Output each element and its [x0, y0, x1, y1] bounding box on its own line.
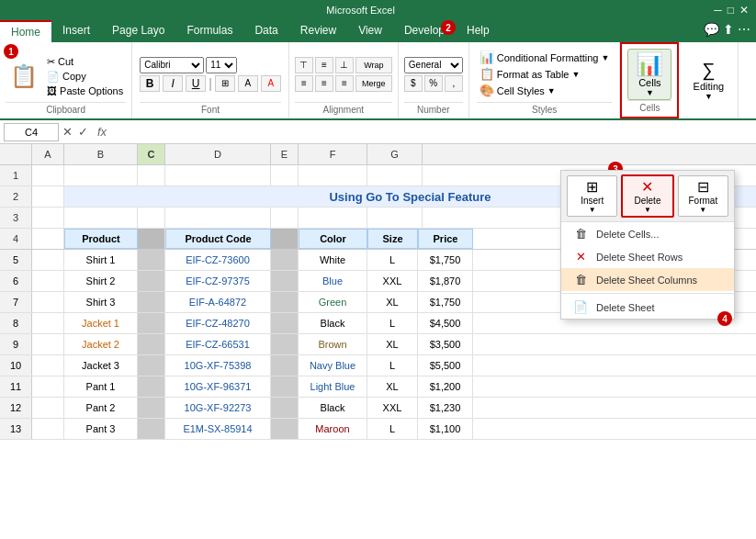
dropdown-item-delete-sheet[interactable]: 📄 Delete Sheet 4	[561, 296, 734, 319]
align-bottom-button[interactable]: ⊥	[335, 57, 354, 73]
delete-dropdown-button[interactable]: ✕ Delete ▼	[621, 174, 673, 218]
cell-row11-col6[interactable]: Light Blue	[299, 376, 367, 397]
currency-button[interactable]: $	[404, 75, 423, 92]
cell-a2[interactable]	[32, 186, 64, 207]
cell-row5-col4[interactable]: EIF-CZ-73600	[165, 250, 271, 270]
cell-row11-col3[interactable]	[138, 376, 165, 397]
cell-row7-col3[interactable]	[138, 292, 165, 312]
cell-row5-col8[interactable]: $1,750	[418, 250, 473, 270]
font-size-select[interactable]: 11	[206, 57, 237, 73]
cell-row12-col1[interactable]	[32, 398, 64, 418]
cell-row8-col8[interactable]: $4,500	[418, 313, 473, 333]
tab-help[interactable]: Help	[456, 20, 501, 42]
cell-row7-col2[interactable]: Shirt 3	[64, 292, 138, 312]
clipboard-button[interactable]: 📋	[6, 58, 42, 95]
cell-row10-col8[interactable]: $5,500	[418, 355, 473, 376]
cell-row8-col3[interactable]	[138, 313, 165, 333]
comment-icon[interactable]: 💬	[704, 22, 719, 40]
font-family-select[interactable]: Calibri	[140, 57, 204, 73]
header-product[interactable]: Product	[64, 229, 138, 249]
header-size[interactable]: Size	[367, 229, 418, 249]
cell-row12-col8[interactable]: $1,230	[418, 398, 473, 418]
cell-row11-col1[interactable]	[32, 376, 64, 397]
cell-styles-button[interactable]: 🎨 Cell Styles ▼	[477, 83, 613, 98]
cell-row11-col8[interactable]: $1,200	[418, 376, 473, 397]
cell-row5-col3[interactable]	[138, 250, 165, 270]
tab-insert[interactable]: Insert	[51, 20, 101, 42]
cell-row9-col3[interactable]	[138, 334, 165, 354]
align-right-button[interactable]: ≡	[335, 75, 354, 92]
cell-row10-col6[interactable]: Navy Blue	[299, 355, 367, 376]
cell-row5-col7[interactable]: L	[367, 250, 418, 270]
cell-row8-col5[interactable]	[271, 313, 299, 333]
align-top-button[interactable]: ⊤	[295, 57, 313, 73]
cell-row6-col4[interactable]: EIF-CZ-97375	[165, 271, 271, 291]
maximize-icon[interactable]: □	[728, 4, 734, 17]
align-middle-button[interactable]: ≡	[315, 57, 333, 73]
align-left-button[interactable]: ≡	[295, 75, 313, 92]
cell-row8-col2[interactable]: Jacket 1	[64, 313, 138, 333]
cell-row7-col4[interactable]: EIF-A-64872	[165, 292, 271, 312]
confirm-formula-icon[interactable]: ✓	[78, 125, 88, 139]
cell-row8-col1[interactable]	[32, 313, 64, 333]
formula-input[interactable]	[112, 126, 752, 139]
cell-row11-col5[interactable]	[271, 376, 299, 397]
cell-row9-col7[interactable]: XL	[367, 334, 418, 354]
cell-row5-col2[interactable]: Shirt 1	[64, 250, 138, 270]
cell-row10-col5[interactable]	[271, 355, 299, 376]
tab-page-layout[interactable]: Page Layo	[101, 20, 175, 42]
cell-row13-col3[interactable]	[138, 419, 165, 439]
format-button[interactable]: ⊟ Format ▼	[678, 175, 728, 217]
cut-button[interactable]: ✂ Cut	[44, 55, 126, 69]
cell-row6-col6[interactable]: Blue	[299, 271, 367, 291]
editing-button[interactable]: ∑ Editing ▼	[688, 58, 730, 103]
cell-row10-col7[interactable]: L	[367, 355, 418, 376]
cell-row12-col6[interactable]: Black	[299, 398, 367, 418]
cell-row6-col5[interactable]	[271, 271, 299, 291]
cell-row10-col4[interactable]: 10G-XF-75398	[165, 355, 271, 376]
cell-row13-col1[interactable]	[32, 419, 64, 439]
cell-f1[interactable]	[299, 165, 367, 185]
cell-row6-col2[interactable]: Shirt 2	[64, 271, 138, 291]
cell-row9-col6[interactable]: Brown	[299, 334, 367, 354]
paste-options-button[interactable]: 🖼 Paste Options	[44, 84, 126, 97]
tab-data[interactable]: Data	[243, 20, 288, 42]
cell-row13-col2[interactable]: Pant 3	[64, 419, 138, 439]
cell-row11-col7[interactable]: XL	[367, 376, 418, 397]
cell-row13-col4[interactable]: E1M-SX-85914	[165, 419, 271, 439]
cell-row12-col4[interactable]: 10G-XF-92273	[165, 398, 271, 418]
cell-row7-col8[interactable]: $1,750	[418, 292, 473, 312]
share-icon[interactable]: ⬆	[723, 22, 734, 40]
cell-row8-col4[interactable]: EIF-CZ-48270	[165, 313, 271, 333]
cell-row7-col1[interactable]	[32, 292, 64, 312]
tab-develop[interactable]: Develop 2	[393, 20, 456, 42]
cell-row10-col2[interactable]: Jacket 3	[64, 355, 138, 376]
cell-row11-col2[interactable]: Pant 1	[64, 376, 138, 397]
tab-review[interactable]: Review	[289, 20, 347, 42]
cell-row9-col5[interactable]	[271, 334, 299, 354]
cell-e1[interactable]	[271, 165, 299, 185]
cell-row7-col6[interactable]: Green	[299, 292, 367, 312]
cell-row9-col8[interactable]: $3,500	[418, 334, 473, 354]
cell-row13-col6[interactable]: Maroon	[299, 419, 367, 439]
close-icon[interactable]: ✕	[739, 4, 749, 17]
border-button[interactable]: ⊞	[215, 75, 235, 92]
tab-formulas[interactable]: Formulas	[175, 20, 243, 42]
cell-row9-col4[interactable]: EIF-CZ-66531	[165, 334, 271, 354]
cell-row6-col7[interactable]: XXL	[367, 271, 418, 291]
cell-g1[interactable]	[367, 165, 423, 185]
cell-row6-col3[interactable]	[138, 271, 165, 291]
cell-row10-col3[interactable]	[138, 355, 165, 376]
dropdown-item-delete-cells[interactable]: 🗑 Delete Cells...	[561, 222, 734, 245]
cell-a1[interactable]	[32, 165, 64, 185]
header-price[interactable]: Price	[418, 229, 473, 249]
cell-row13-col8[interactable]: $1,100	[418, 419, 473, 439]
cell-row13-col7[interactable]: L	[367, 419, 418, 439]
italic-button[interactable]: I	[163, 75, 183, 92]
cancel-formula-icon[interactable]: ✕	[62, 125, 73, 139]
font-color-button[interactable]: A	[261, 75, 281, 92]
dropdown-item-delete-rows[interactable]: ✕ Delete Sheet Rows	[561, 245, 734, 268]
more-icon[interactable]: ⋯	[738, 22, 750, 40]
cell-row11-col4[interactable]: 10G-XF-96371	[165, 376, 271, 397]
number-format-select[interactable]: General	[404, 57, 463, 73]
